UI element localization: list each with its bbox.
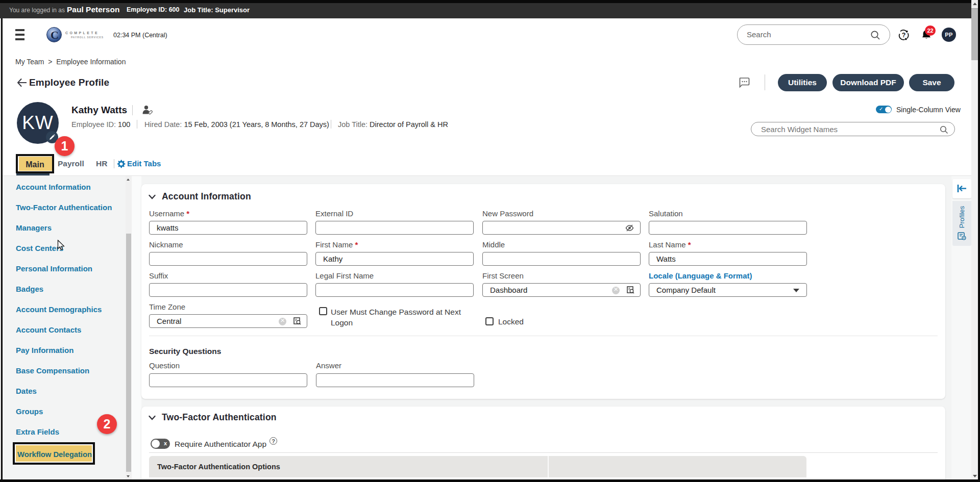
svg-text:?: ? [902, 32, 906, 39]
